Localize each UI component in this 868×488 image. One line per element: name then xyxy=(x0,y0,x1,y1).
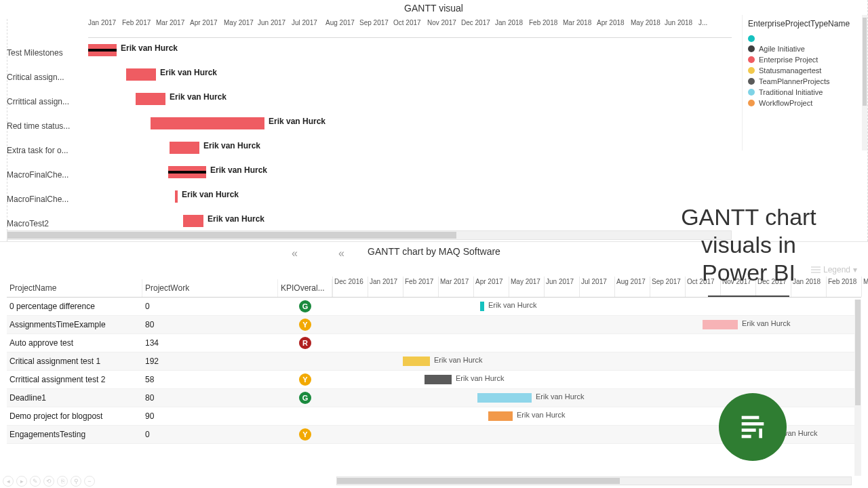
column-header-projectname[interactable]: ProjectName xyxy=(7,279,142,297)
scrollbar-thumb[interactable] xyxy=(855,300,861,405)
gantt-bar[interactable] xyxy=(136,93,165,105)
gantt-bars: Erik van HurckErik van HurckErik van Hur… xyxy=(88,38,732,229)
gantt-row-label: Test Milestones xyxy=(7,41,81,65)
column-header-projectwork[interactable]: ProjectWork xyxy=(142,279,278,297)
time-tick: Jun 2018 xyxy=(665,19,698,37)
legend-item[interactable]: TeamPlannerProjects xyxy=(748,77,862,85)
edit-icon[interactable]: ✎ xyxy=(30,476,41,487)
table-row[interactable]: EngagementsTesting0YErik van Hurck xyxy=(7,426,861,444)
gantt-row[interactable]: Erik van Hurck xyxy=(88,38,732,62)
gantt-bar[interactable] xyxy=(403,357,430,366)
maq-header-row: ProjectName ProjectWork KPIOveral... Dec… xyxy=(7,262,861,298)
next-page-icon[interactable]: ▸ xyxy=(16,476,27,487)
zoom-icon[interactable]: ⚲ xyxy=(71,476,81,487)
table-row[interactable]: Crrittical assignment test 258YErik van … xyxy=(7,371,861,389)
gantt-bar[interactable] xyxy=(745,430,765,439)
table-row[interactable]: Auto approve test134R xyxy=(7,334,861,352)
prev-page-icon[interactable]: ◂ xyxy=(3,476,14,487)
gantt-row[interactable]: Erik van Hurck xyxy=(88,136,732,160)
gantt-visual[interactable]: Test MilestonesCritical assign...Crritti… xyxy=(7,19,732,241)
gantt-bar[interactable] xyxy=(126,68,156,81)
cell-projectname: Deadline1 xyxy=(7,393,142,403)
legend-item[interactable]: Statusmanagertest xyxy=(748,66,862,75)
table-row[interactable]: 0 percentage difference0GErik van Hurck xyxy=(7,298,861,316)
scrollbar-thumb[interactable] xyxy=(337,478,620,484)
legend-panel: EnterpriseProjectTypeName Agile Initiati… xyxy=(742,15,867,150)
time-tick: Dec 2017 xyxy=(755,277,791,297)
gantt-row-label: MacroFinalChe... xyxy=(7,187,81,211)
gantt-row-label: Red time status... xyxy=(7,114,81,138)
scrollbar-thumb[interactable] xyxy=(7,232,456,239)
gantt-bar[interactable] xyxy=(170,142,199,154)
resource-label: Erik van Hurck xyxy=(488,301,537,309)
legend-label: Agile Initiative xyxy=(759,45,805,53)
legend-item[interactable]: WorkflowProject xyxy=(748,99,862,107)
time-tick: Nov 2017 xyxy=(427,19,461,37)
resource-label: Erik van Hurck xyxy=(121,43,178,53)
gantt-row[interactable]: Erik van Hurck xyxy=(88,209,732,229)
table-row[interactable]: AssignmentsTimeExample80YErik van Hurck xyxy=(7,316,861,334)
time-tick: Feb 2018 xyxy=(529,19,563,37)
gantt-bar[interactable] xyxy=(88,44,117,56)
gantt-row[interactable]: Erik van Hurck xyxy=(88,111,732,136)
legend-label: Statusmanagertest xyxy=(759,66,821,75)
horizontal-scrollbar[interactable] xyxy=(7,230,732,240)
time-tick: May 2017 xyxy=(509,277,544,297)
legend-item[interactable]: Traditional Initiative xyxy=(748,88,862,96)
legend-item[interactable]: Enterprise Project xyxy=(748,56,862,64)
legend-label: Traditional Initiative xyxy=(759,88,823,96)
gantt-row[interactable]: Erik van Hurck xyxy=(88,87,732,111)
gantt-bar[interactable] xyxy=(168,166,206,178)
horizontal-scrollbar[interactable] xyxy=(336,476,852,485)
legend-scrollbar[interactable] xyxy=(862,15,867,150)
gantt-bar[interactable] xyxy=(703,320,738,329)
time-tick: Feb 2017 xyxy=(122,19,156,37)
resource-label: Erik van Hurck xyxy=(208,214,264,224)
gantt-timeline[interactable]: Jan 2017Feb 2017Mar 2017Apr 2017May 2017… xyxy=(88,19,732,229)
gantt-bar[interactable] xyxy=(151,117,264,129)
cell-projectname: AssignmentsTimeExample xyxy=(7,320,142,329)
resource-label: Erik van Hurck xyxy=(536,392,585,401)
maq-gantt[interactable]: «« ProjectName ProjectWork KPIOveral... … xyxy=(7,262,861,484)
gantt-bar[interactable] xyxy=(488,411,513,421)
table-row[interactable]: Demo project for blogpost90Erik van Hurc… xyxy=(7,407,861,426)
time-tick: Mar 2017 xyxy=(156,19,190,37)
kpi-badge: Y xyxy=(299,319,311,331)
legend-label: TeamPlannerProjects xyxy=(759,77,830,85)
kpi-badge: Y xyxy=(299,373,311,386)
column-header-kpi[interactable]: KPIOveral... xyxy=(278,279,332,297)
chevron-left-icon[interactable]: « xyxy=(292,247,298,260)
gantt-row[interactable]: Erik van Hurck xyxy=(88,62,732,87)
minus-icon[interactable]: − xyxy=(84,476,95,487)
gantt-bar[interactable] xyxy=(175,190,178,203)
bookmark-icon[interactable]: ⎘ xyxy=(57,476,68,487)
table-row[interactable]: Critical assignment test 1192Erik van Hu… xyxy=(7,352,861,371)
legend-color-dot xyxy=(748,35,755,42)
legend-color-dot xyxy=(748,78,755,85)
time-tick: Feb 2017 xyxy=(403,277,438,297)
gantt-row-label: MacroFinalChe... xyxy=(7,163,81,187)
scrollbar-thumb[interactable] xyxy=(863,18,867,106)
time-tick: Mar 2018 xyxy=(861,277,868,297)
gantt-bar[interactable] xyxy=(480,302,484,311)
legend-item[interactable] xyxy=(748,35,862,42)
resource-label: Erik van Hurck xyxy=(769,429,818,437)
chevron-left-icon[interactable]: « xyxy=(338,247,344,260)
legend-color-dot xyxy=(748,100,755,106)
reset-icon[interactable]: ⟲ xyxy=(43,476,54,487)
gantt-bar[interactable] xyxy=(183,215,203,227)
pbi-page-toolbar[interactable]: ◂ ▸ ✎ ⟲ ⎘ ⚲ − xyxy=(3,476,95,487)
cell-projectname: EngagementsTesting xyxy=(7,430,142,439)
cell-projectwork: 192 xyxy=(142,357,278,366)
gantt-bar[interactable] xyxy=(425,375,452,384)
collapse-chevrons[interactable]: «« xyxy=(292,247,344,260)
gantt-row-label: Extra task for o... xyxy=(7,138,81,163)
legend-item[interactable]: Agile Initiative xyxy=(748,45,862,53)
kpi-badge: R xyxy=(299,337,311,349)
cell-projectname: 0 percentage difference xyxy=(7,302,142,311)
gantt-row[interactable]: Erik van Hurck xyxy=(88,160,732,184)
gantt-bar[interactable] xyxy=(477,393,532,403)
vertical-scrollbar[interactable] xyxy=(854,300,861,476)
table-row[interactable]: Deadline180GErik van Hurck xyxy=(7,389,861,407)
gantt-row[interactable]: Erik van Hurck xyxy=(88,184,732,209)
